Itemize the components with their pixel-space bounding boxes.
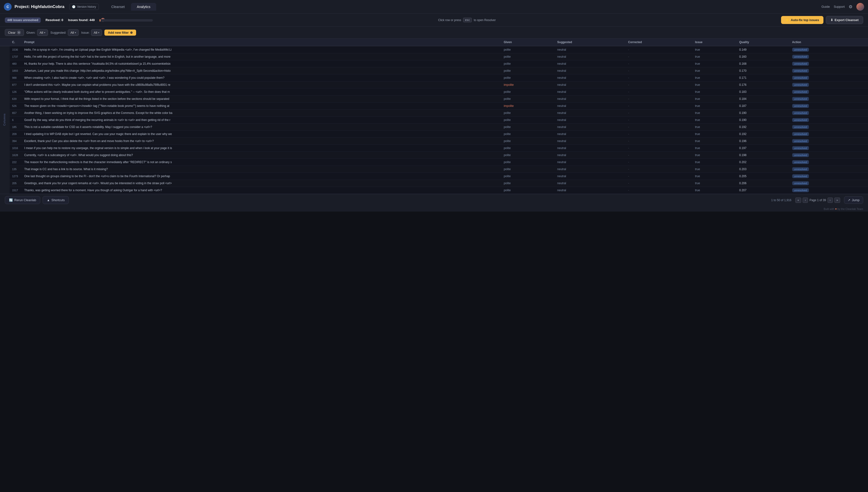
table-row[interactable]: 639With respect to your format, I think …: [0, 96, 868, 102]
table-row[interactable]: 1628Currently, <url> is a subcategory of…: [0, 152, 868, 159]
table-row[interactable]: 1273One last thought on groups claiming …: [0, 173, 868, 180]
row-suggested: neutral: [555, 145, 626, 152]
version-history-label: Version history: [77, 5, 96, 8]
table-row[interactable]: 6Good! By the way, what do you think of …: [0, 117, 868, 124]
tab-analytics[interactable]: Analytics: [131, 3, 156, 11]
support-link[interactable]: Support: [834, 5, 845, 8]
row-given: impolite: [501, 102, 555, 109]
status-badge: unresolved: [792, 111, 809, 115]
suggested-filter-label: Suggested:: [50, 31, 67, 34]
row-id: 480: [10, 60, 22, 67]
table-row[interactable]: 480Hi, thanks for your help. There is al…: [0, 60, 868, 67]
table-row[interactable]: 877I don't understand this <url>. Maybe …: [0, 81, 868, 89]
col-header-quality[interactable]: Quality: [737, 39, 790, 46]
avatar: [857, 3, 864, 11]
table-row[interactable]: 205Greetings, and thank you for your cog…: [0, 180, 868, 187]
row-id: 657: [10, 109, 22, 117]
table-row[interactable]: 1517Thanks, was getting worried there fo…: [0, 187, 868, 194]
row-corrected: -: [626, 117, 693, 124]
col-header-corrected[interactable]: Corrected: [626, 39, 693, 46]
rerun-icon: 🔄: [9, 198, 13, 202]
table-row[interactable]: 394Excellent, thank you! Can you also de…: [0, 138, 868, 145]
row-issue: true: [693, 131, 737, 138]
suggested-filter-group: Suggested: All ▾: [50, 29, 79, 36]
table-row[interactable]: 126"Office actions will be clearly indic…: [0, 89, 868, 96]
col-header-c[interactable]: C.: [10, 39, 22, 46]
tab-analytics-label: Analytics: [137, 5, 150, 9]
row-quality: 0.196: [737, 138, 790, 145]
row-suggested: neutral: [555, 109, 626, 117]
guide-link[interactable]: Guide: [821, 5, 830, 8]
pagination-first-button[interactable]: «: [795, 198, 801, 203]
row-id: 526: [10, 102, 22, 109]
suggested-filter-select[interactable]: All ▾: [68, 29, 79, 36]
row-quality: 0.207: [737, 187, 790, 194]
pagination-last-button[interactable]: »: [834, 198, 840, 203]
col-header-given[interactable]: Given: [501, 39, 555, 46]
row-issue: true: [693, 53, 737, 60]
gear-icon[interactable]: ⚙: [849, 4, 852, 9]
table-row[interactable]: 526The reason given on the <nowiki><pers…: [0, 102, 868, 109]
row-issue: true: [693, 102, 737, 109]
row-corrected: -: [626, 131, 693, 138]
pagination-prev-button[interactable]: ‹: [803, 198, 808, 203]
project-title: Project: HighfalutinCobra: [15, 4, 64, 9]
given-filter-select[interactable]: All ▾: [37, 29, 48, 36]
pagination-next-button[interactable]: ›: [827, 198, 833, 203]
row-given: polite: [501, 159, 555, 166]
table-row[interactable]: 209I tried updating it to WP:DAB style b…: [0, 131, 868, 138]
status-badge: unresolved: [792, 125, 809, 129]
table-row[interactable]: Columns1536Hello, I'm a sysop in <url>, …: [0, 46, 868, 53]
clock-icon: 🕐: [72, 5, 76, 8]
row-id: 209: [10, 131, 22, 138]
row-id: 222: [10, 159, 22, 166]
rerun-label: Rerun Cleanlab: [14, 198, 36, 202]
table-row[interactable]: 185This is not a suitable candidate for …: [0, 124, 868, 131]
export-button[interactable]: ⬇ Export Cleanset: [826, 16, 863, 24]
tab-cleanset[interactable]: Cleanset: [106, 3, 131, 11]
table-row[interactable]: 1016I mean if you can help me to restore…: [0, 145, 868, 152]
rerun-button[interactable]: 🔄 Rerun Cleanlab: [5, 196, 40, 204]
row-prompt: The reason for the malfunctioning redire…: [22, 159, 501, 166]
row-given: polite: [501, 152, 555, 159]
status-badge: unresolved: [792, 55, 809, 59]
col-header-action[interactable]: Action: [790, 39, 868, 46]
col-header-prompt[interactable]: Prompt: [22, 39, 501, 46]
row-issue: true: [693, 159, 737, 166]
given-filter-value: All: [40, 31, 43, 34]
auto-fix-button[interactable]: ⚡ Auto-fix top issues: [781, 16, 823, 24]
table-row[interactable]: 657Another thing, I been working on tryi…: [0, 109, 868, 117]
table-row[interactable]: 135That image is CC and has a link to it…: [0, 166, 868, 173]
action-buttons: ⚡ Auto-fix top issues ⬇ Export Cleanset: [781, 16, 863, 24]
row-corrected: -: [626, 89, 693, 96]
row-corrected: -: [626, 145, 693, 152]
row-corrected: -: [626, 159, 693, 166]
add-filter-button[interactable]: Add new filter ⊕: [104, 30, 136, 35]
row-corrected: -: [626, 187, 693, 194]
plus-icon: ⊕: [130, 31, 133, 34]
table-row[interactable]: 1737Hello, I'm with the project of turni…: [0, 53, 868, 60]
col-header-issue[interactable]: Issue: [693, 39, 737, 46]
clear-filter-button[interactable]: Clear ✕: [5, 29, 24, 36]
issue-filter-select[interactable]: All ▾: [91, 29, 102, 36]
given-filter-label: Given:: [26, 31, 35, 34]
row-suggested: neutral: [555, 102, 626, 109]
version-history-button[interactable]: 🕐 Version history: [69, 4, 99, 10]
row-quality: 0.170: [737, 67, 790, 74]
table-row[interactable]: 222The reason for the malfunctioning red…: [0, 159, 868, 166]
table-row[interactable]: 1893Jvhertum, Last year you made this ch…: [0, 67, 868, 74]
row-quality: 0.171: [737, 74, 790, 81]
col-header-suggested[interactable]: Suggested: [555, 39, 626, 46]
click-hint: Click row or press esc to open Resolver: [158, 18, 776, 22]
nav-tabs: Cleanset Analytics: [106, 3, 156, 11]
row-corrected: -: [626, 81, 693, 89]
shortcuts-button[interactable]: ▲ Shortcuts: [43, 196, 69, 204]
jump-button[interactable]: ↗ Jump: [844, 196, 863, 204]
table-row[interactable]: 988When creating <url>, I also had to cr…: [0, 74, 868, 81]
row-issue: true: [693, 187, 737, 194]
row-suggested: neutral: [555, 81, 626, 89]
row-prompt: Good! By the way, what do you think of m…: [22, 117, 501, 124]
row-id: 1628: [10, 152, 22, 159]
row-given: polite: [501, 131, 555, 138]
add-filter-label: Add new filter: [108, 31, 129, 34]
